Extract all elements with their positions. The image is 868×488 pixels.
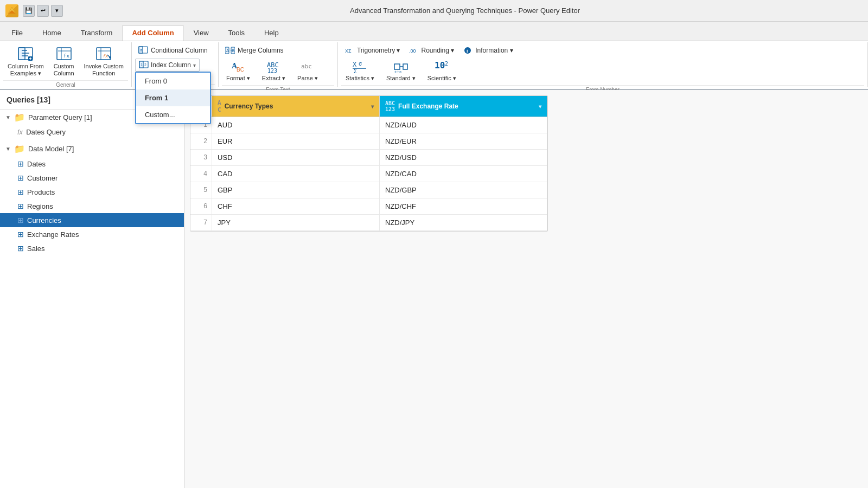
svg-text:→: →: [229, 47, 234, 53]
products-table-item[interactable]: ⊞ Products: [0, 185, 184, 199]
conditional-icon: if: [138, 46, 148, 55]
from-0-option[interactable]: From 0: [136, 73, 210, 89]
svg-text:fx: fx: [103, 54, 108, 59]
svg-text:.00: .00: [409, 48, 416, 54]
svg-text:X: X: [353, 61, 357, 68]
full-exchange-rate-header[interactable]: ABC123 Full Exchange Rate ▾: [380, 96, 547, 117]
svg-text:10: 10: [435, 60, 445, 70]
col-type-abc123: ABC123: [385, 100, 395, 112]
extract-icon: ABC 123: [266, 60, 280, 74]
table-icon-currencies: ⊞: [17, 216, 24, 224]
statistics-button[interactable]: X σ Σ Statistics ▾: [341, 57, 379, 84]
tab-tools[interactable]: Tools: [219, 25, 254, 41]
svg-text:fx: fx: [63, 53, 69, 59]
ribbon: Column FromExamples ▾ fx CustomColumn: [0, 41, 868, 90]
table-row: 6 CHF NZD/CHF: [190, 198, 547, 215]
currency-types-label: Currency Types: [225, 102, 273, 110]
svg-point-19: [109, 56, 111, 59]
svg-text:123: 123: [267, 68, 277, 74]
exchange-rates-label: Exchange Rates: [27, 230, 79, 239]
invoke-custom-function-button[interactable]: fx Invoke CustomFunction: [80, 44, 128, 79]
trigonometry-button[interactable]: XΣ Trigonometry ▾: [341, 44, 404, 56]
table-row: 1 AUD NZD/AUD: [190, 117, 547, 133]
ribbon-tabs: File Home Transform Add Column View Tool…: [0, 22, 868, 41]
table-row: 7 JPY NZD/JPY: [190, 215, 547, 231]
index-col-label: Index Column: [151, 61, 191, 69]
merge-columns-button[interactable]: A B → Merge Columns: [222, 44, 287, 56]
exchange-rates-table-item[interactable]: ⊞ Exchange Rates: [0, 227, 184, 241]
parameter-query-label: Parameter Query [1]: [28, 113, 92, 121]
currency-types-dropdown-btn[interactable]: ▾: [371, 104, 374, 110]
rounding-button[interactable]: .00 Rounding ▾: [405, 44, 457, 56]
tab-home[interactable]: Home: [33, 25, 71, 41]
expand-arrow-icon-2: ▼: [5, 146, 11, 152]
title-bar: 💾 ↩ ▾ Advanced Transformation and Queryi…: [0, 0, 868, 22]
svg-text:abc: abc: [301, 63, 312, 70]
table-icon-regions: ⊞: [17, 202, 24, 210]
from-1-option[interactable]: From 1: [136, 89, 210, 106]
extract-button[interactable]: ABC 123 Extract ▾: [258, 57, 290, 84]
standard-button[interactable]: ±÷× Standard ▾: [382, 57, 420, 84]
table-row: 5 GBP NZD/GBP: [190, 182, 547, 198]
window-title: Advanced Transformation and Querying Tec…: [67, 7, 863, 15]
tab-add-column[interactable]: Add Column: [123, 25, 183, 41]
ribbon-group-from-text: A B → Merge Columns A BC Format ▾: [219, 42, 338, 87]
format-button[interactable]: A BC Format ▾: [222, 57, 254, 84]
standard-icon: ±÷×: [393, 60, 409, 74]
expand-arrow-icon: ▼: [5, 114, 11, 120]
dates-query-label: Dates Query: [26, 128, 66, 136]
table-header-row: AC Currency Types ▾ ABC123 Full Exchange…: [190, 96, 547, 117]
svg-rect-3: [18, 48, 25, 60]
dates-query-item[interactable]: fx Dates Query: [0, 125, 184, 139]
information-button[interactable]: i Information ▾: [459, 44, 516, 56]
column-from-examples-button[interactable]: Column FromExamples ▾: [3, 44, 48, 79]
general-group-label: General: [3, 80, 128, 88]
data-model-group-header[interactable]: ▼ 📁 Data Model [7]: [0, 141, 184, 157]
table-icon-dates: ⊞: [17, 159, 24, 168]
scientific-icon: 10 2: [434, 60, 449, 74]
merge-icon: A B →: [225, 46, 235, 55]
tab-view[interactable]: View: [184, 25, 218, 41]
scientific-button[interactable]: 10 2 Scientific ▾: [423, 57, 461, 84]
parse-button[interactable]: abc Parse ▾: [293, 57, 322, 84]
data-model-group: ▼ 📁 Data Model [7] ⊞ Dates ⊞ Customer ⊞ …: [0, 141, 184, 255]
tab-file[interactable]: File: [2, 25, 32, 41]
currency-types-header[interactable]: AC Currency Types ▾: [212, 96, 380, 117]
main-layout: Queries [13] ❮ ▼ 📁 Parameter Query [1] f…: [0, 90, 868, 488]
customer-label: Customer: [27, 174, 58, 182]
custom-column-button[interactable]: fx CustomColumn: [49, 44, 79, 79]
queries-title: Queries [13]: [7, 95, 50, 104]
quick-access-btn[interactable]: ▾: [51, 5, 63, 17]
ribbon-group-general: Column FromExamples ▾ fx CustomColumn: [0, 42, 132, 87]
dates-label: Dates: [27, 160, 46, 168]
full-exchange-dropdown-btn[interactable]: ▾: [539, 104, 541, 110]
sales-table-item[interactable]: ⊞ Sales: [0, 241, 184, 255]
save-icon-btn[interactable]: 💾: [23, 5, 35, 17]
tab-help[interactable]: Help: [255, 25, 288, 41]
sales-label: Sales: [27, 245, 45, 253]
trig-icon: XΣ: [344, 46, 354, 55]
svg-rect-47: [403, 64, 407, 69]
customer-table-item[interactable]: ⊞ Customer: [0, 171, 184, 185]
conditional-col-label: Conditional Column: [151, 47, 208, 54]
folder-icon: 📁: [14, 112, 25, 123]
rounding-icon: .00: [409, 46, 418, 55]
dates-table-item[interactable]: ⊞ Dates: [0, 157, 184, 171]
currencies-table-item[interactable]: ⊞ Currencies: [0, 213, 184, 227]
undo-icon-btn[interactable]: ↩: [37, 5, 49, 17]
table-row: 4 CAD NZD/CAD: [190, 166, 547, 182]
info-icon: i: [463, 46, 473, 55]
ribbon-group-from-number: XΣ Trigonometry ▾ .00 Rounding ▾ i: [338, 42, 868, 87]
data-model-label: Data Model [7]: [28, 145, 74, 153]
currencies-label: Currencies: [27, 216, 61, 224]
svg-text:2: 2: [445, 61, 448, 67]
svg-text:σ: σ: [359, 61, 362, 67]
svg-text:Σ: Σ: [354, 68, 357, 74]
custom-option[interactable]: Custom...: [136, 106, 210, 123]
conditional-column-button[interactable]: if Conditional Column: [135, 44, 211, 56]
tab-transform[interactable]: Transform: [72, 25, 122, 41]
regions-table-item[interactable]: ⊞ Regions: [0, 199, 184, 213]
table-row: 3 USD NZD/USD: [190, 150, 547, 166]
data-table: AC Currency Types ▾ ABC123 Full Exchange…: [190, 95, 548, 232]
index-column-button[interactable]: 1 2 Index Column ▾: [135, 59, 200, 72]
